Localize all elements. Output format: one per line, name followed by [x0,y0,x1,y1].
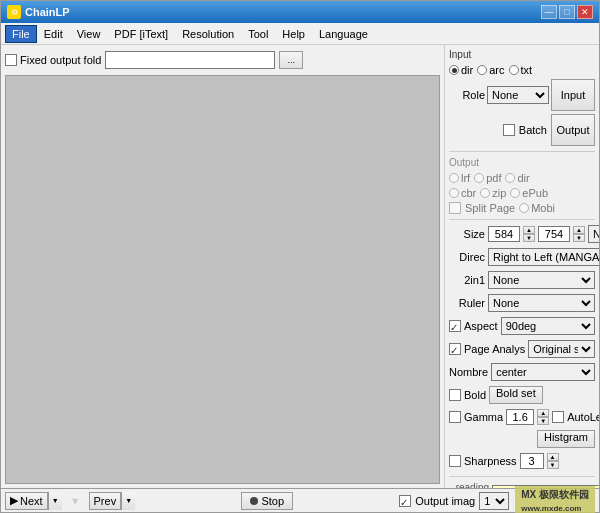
aspect-label: Aspect [464,320,498,332]
output-img-check[interactable] [399,495,411,507]
radio-lrf-circle[interactable] [449,173,459,183]
nombre-label: Nombre [449,366,488,378]
ruler-select[interactable]: None [488,294,595,312]
radio-mobi-label: Mobi [531,202,555,214]
radio-dir-out-circle[interactable] [505,173,515,183]
bold-check[interactable] [449,389,461,401]
radio-zip[interactable]: zip [480,187,506,199]
menu-pdf[interactable]: PDF [iText] [107,25,175,43]
page-analys-check[interactable] [449,343,461,355]
radio-txt[interactable]: txt [509,64,533,76]
fixed-output-checkbox[interactable]: Fixed output fold [5,54,101,66]
role-label: Role [449,89,485,101]
gamma-input[interactable] [506,409,534,425]
sharpness-check[interactable] [449,455,461,467]
radio-lrf-label: lrf [461,172,470,184]
gamma-check[interactable] [449,411,461,423]
menu-bar: File Edit View PDF [iText] Resolution To… [1,23,599,45]
bold-set-button[interactable]: Bold set [489,386,543,404]
radio-arc[interactable]: arc [477,64,504,76]
size-h-down[interactable]: ▼ [573,234,585,242]
radio-dir-label: dir [461,64,473,76]
fixed-output-check[interactable] [5,54,17,66]
radio-cbr[interactable]: cbr [449,187,476,199]
radio-mobi-circle[interactable] [519,203,529,213]
title-buttons: — □ ✕ [541,5,593,19]
autolevel-check[interactable] [552,411,564,423]
menu-view[interactable]: View [70,25,108,43]
radio-pdf[interactable]: pdf [474,172,501,184]
direc-select[interactable]: Right to Left (MANGA) [488,248,599,266]
sharpness-up[interactable]: ▲ [547,453,559,461]
radio-dir[interactable]: dir [449,64,473,76]
nombre-select[interactable]: center [491,363,595,381]
direc-row: Direc Right to Left (MANGA) [449,248,595,266]
close-button[interactable]: ✕ [577,5,593,19]
minimize-button[interactable]: — [541,5,557,19]
aspect-check[interactable] [449,320,461,332]
gamma-down[interactable]: ▼ [537,417,549,425]
nombre-row: Nombre center [449,363,595,381]
size-w-down[interactable]: ▼ [523,234,535,242]
fixed-output-input[interactable] [105,51,275,69]
ruler-row: Ruler None [449,294,595,312]
size-mode-select[interactable]: Normal [588,225,599,243]
next-button[interactable]: ▶ Next [5,492,48,510]
batch-check[interactable] [503,124,515,136]
input-button[interactable]: Input [551,79,595,111]
menu-resolution[interactable]: Resolution [175,25,241,43]
histogram-button[interactable]: Histgram [537,430,595,448]
role-select[interactable]: None [487,86,549,104]
maximize-button[interactable]: □ [559,5,575,19]
menu-tool[interactable]: Tool [241,25,275,43]
menu-edit[interactable]: Edit [37,25,70,43]
twoin-row: 2in1 None [449,271,595,289]
output-button[interactable]: Output [551,114,595,146]
output-section-label: Output [449,157,595,168]
radio-pdf-circle[interactable] [474,173,484,183]
radio-epub[interactable]: ePub [510,187,548,199]
output-img-select[interactable]: 1 [479,492,509,510]
size-width-input[interactable] [488,226,520,242]
page-analys-select[interactable]: Original siz [528,340,595,358]
split-check[interactable] [449,202,461,214]
gamma-up[interactable]: ▲ [537,409,549,417]
radio-zip-circle[interactable] [480,188,490,198]
input-type-row: dir arc txt [449,64,595,76]
stop-label: Stop [261,495,284,507]
separator-1: ▼ [70,495,81,507]
radio-lrf[interactable]: lrf [449,172,470,184]
next-dropdown[interactable]: ▼ [48,492,62,510]
radio-txt-circle[interactable] [509,65,519,75]
sharpness-down[interactable]: ▼ [547,461,559,469]
menu-language[interactable]: Language [312,25,375,43]
radio-mobi[interactable]: Mobi [519,202,555,214]
radio-zip-label: zip [492,187,506,199]
output-type-row: lrf pdf dir [449,172,595,184]
size-height-input[interactable] [538,226,570,242]
radio-epub-circle[interactable] [510,188,520,198]
menu-file[interactable]: File [5,25,37,43]
prev-btn-group: Prev ▼ [89,492,136,510]
aspect-select[interactable]: 90deg [501,317,595,335]
size-h-up[interactable]: ▲ [573,226,585,234]
page-analys-row: Page Analys Original siz [449,340,595,358]
preview-area [5,75,440,484]
bottom-bar: ▶ Next ▼ ▼ Prev ▼ Stop Output imag 1 [1,488,599,512]
size-w-up[interactable]: ▲ [523,226,535,234]
radio-txt-label: txt [521,64,533,76]
radio-arc-circle[interactable] [477,65,487,75]
next-icon: ▶ [10,494,18,507]
sharpness-input[interactable] [520,453,544,469]
input-section-label: Input [449,49,595,60]
browse-button[interactable]: ... [279,51,303,69]
prev-dropdown[interactable]: ▼ [121,492,135,510]
prev-button[interactable]: Prev [89,492,122,510]
radio-cbr-label: cbr [461,187,476,199]
radio-dir-circle[interactable] [449,65,459,75]
stop-button[interactable]: Stop [241,492,293,510]
radio-cbr-circle[interactable] [449,188,459,198]
twoin-select[interactable]: None [488,271,595,289]
menu-help[interactable]: Help [275,25,312,43]
radio-dir-out[interactable]: dir [505,172,529,184]
